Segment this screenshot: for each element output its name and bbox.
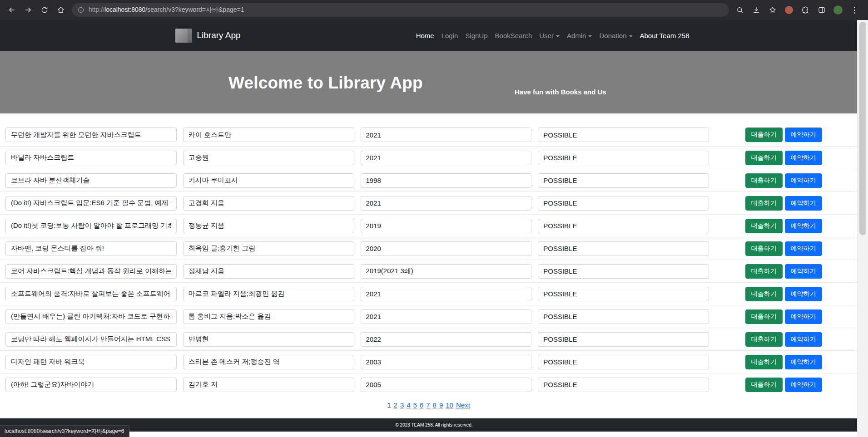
book-year-input[interactable]	[361, 332, 532, 347]
book-title-input[interactable]	[5, 196, 177, 211]
book-year-input[interactable]	[361, 196, 532, 211]
nav-item-booksearch[interactable]: BookSearch	[491, 28, 536, 43]
book-year-input[interactable]	[361, 219, 532, 233]
borrow-button[interactable]: 대출하기	[745, 128, 783, 142]
side-panel-icon[interactable]	[814, 3, 829, 17]
book-year-input[interactable]	[361, 309, 532, 324]
nav-item-user-dropdown[interactable]: User	[536, 28, 563, 43]
reserve-button[interactable]: 예약하기	[785, 128, 822, 142]
book-title-input[interactable]	[5, 128, 177, 142]
borrow-button[interactable]: 대출하기	[745, 287, 783, 301]
book-title-input[interactable]	[5, 355, 177, 369]
refresh-button[interactable]	[37, 3, 52, 17]
book-author-input[interactable]	[183, 355, 354, 369]
book-author-input[interactable]	[183, 151, 354, 165]
borrow-button[interactable]: 대출하기	[745, 219, 783, 233]
reserve-button[interactable]: 예약하기	[785, 151, 822, 165]
borrow-button[interactable]: 대출하기	[745, 264, 783, 279]
nav-item-admin-dropdown[interactable]: Admin	[563, 28, 596, 43]
book-author-input[interactable]	[183, 378, 354, 392]
page-link-9[interactable]: 9	[439, 401, 443, 409]
book-author-input[interactable]	[183, 309, 354, 324]
book-status-input[interactable]	[538, 332, 709, 347]
page-link-5[interactable]: 5	[413, 401, 417, 409]
book-status-input[interactable]	[538, 355, 709, 369]
book-year-input[interactable]	[361, 355, 532, 369]
download-icon[interactable]	[749, 3, 764, 17]
book-status-input[interactable]	[538, 173, 709, 188]
borrow-button[interactable]: 대출하기	[745, 355, 783, 369]
book-year-input[interactable]	[361, 287, 532, 301]
nav-item-about[interactable]: About Team 258	[636, 28, 693, 43]
book-title-input[interactable]	[5, 287, 177, 301]
book-status-input[interactable]	[538, 378, 709, 392]
page-link-4[interactable]: 4	[407, 401, 410, 409]
borrow-button[interactable]: 대출하기	[745, 332, 783, 347]
book-status-input[interactable]	[538, 287, 709, 301]
book-status-input[interactable]	[538, 196, 709, 211]
book-status-input[interactable]	[538, 151, 709, 165]
book-author-input[interactable]	[183, 332, 354, 347]
borrow-button[interactable]: 대출하기	[745, 173, 783, 188]
book-year-input[interactable]	[361, 241, 532, 256]
book-title-input[interactable]	[5, 173, 177, 188]
reserve-button[interactable]: 예약하기	[785, 309, 822, 324]
profile-avatar[interactable]	[831, 3, 845, 17]
reserve-button[interactable]: 예약하기	[785, 355, 822, 369]
book-author-input[interactable]	[183, 128, 354, 142]
book-status-input[interactable]	[538, 219, 709, 233]
book-title-input[interactable]	[5, 219, 177, 233]
reserve-button[interactable]: 예약하기	[785, 196, 822, 211]
page-link-6[interactable]: 6	[420, 401, 423, 409]
borrow-button[interactable]: 대출하기	[745, 309, 783, 324]
book-status-input[interactable]	[538, 128, 709, 142]
reserve-button[interactable]: 예약하기	[785, 378, 822, 392]
borrow-button[interactable]: 대출하기	[745, 196, 783, 211]
back-button[interactable]	[5, 3, 19, 17]
book-year-input[interactable]	[361, 151, 532, 165]
book-title-input[interactable]	[5, 332, 177, 347]
book-author-input[interactable]	[183, 241, 354, 256]
book-author-input[interactable]	[183, 219, 354, 233]
book-title-input[interactable]	[5, 309, 177, 324]
page-link-2[interactable]: 2	[394, 401, 397, 409]
book-status-input[interactable]	[538, 309, 709, 324]
book-title-input[interactable]	[5, 241, 177, 256]
nav-item-signup[interactable]: SignUp	[461, 28, 491, 43]
page-link-10[interactable]: 10	[446, 401, 453, 409]
borrow-button[interactable]: 대출하기	[745, 151, 783, 165]
reserve-button[interactable]: 예약하기	[785, 219, 822, 233]
browser-menu-kebab-icon[interactable]	[847, 3, 862, 17]
forward-button[interactable]	[21, 3, 35, 17]
brand[interactable]: Library App	[175, 29, 241, 43]
book-author-input[interactable]	[183, 196, 354, 211]
home-button[interactable]	[54, 3, 68, 17]
book-title-input[interactable]	[5, 378, 177, 392]
bookmark-star-icon[interactable]	[765, 3, 780, 17]
page-link-7[interactable]: 7	[426, 401, 430, 409]
book-year-input[interactable]	[361, 173, 532, 188]
page-link-8[interactable]: 8	[433, 401, 436, 409]
page-link-next[interactable]: Next	[456, 401, 470, 409]
extension-orb-icon[interactable]	[782, 3, 796, 17]
borrow-button[interactable]: 대출하기	[745, 378, 783, 392]
nav-item-donation-dropdown[interactable]: Donation	[595, 28, 636, 43]
book-author-input[interactable]	[183, 173, 354, 188]
book-status-input[interactable]	[538, 264, 709, 279]
nav-item-login[interactable]: Login	[438, 28, 462, 43]
extensions-puzzle-icon[interactable]	[798, 3, 813, 17]
address-bar[interactable]: http://localhost:8080/search/v3?keyword=…	[72, 3, 729, 17]
reserve-button[interactable]: 예약하기	[785, 264, 822, 279]
book-year-input[interactable]	[361, 378, 532, 392]
book-year-input[interactable]	[361, 264, 532, 279]
page-scrollbar[interactable]	[857, 20, 868, 437]
nav-item-home[interactable]: Home	[412, 28, 438, 43]
book-title-input[interactable]	[5, 151, 177, 165]
reserve-button[interactable]: 예약하기	[785, 287, 822, 301]
reserve-button[interactable]: 예약하기	[785, 241, 822, 256]
book-author-input[interactable]	[183, 287, 354, 301]
book-status-input[interactable]	[538, 241, 709, 256]
book-title-input[interactable]	[5, 264, 177, 279]
reserve-button[interactable]: 예약하기	[785, 173, 822, 188]
site-info-icon[interactable]	[77, 6, 84, 14]
